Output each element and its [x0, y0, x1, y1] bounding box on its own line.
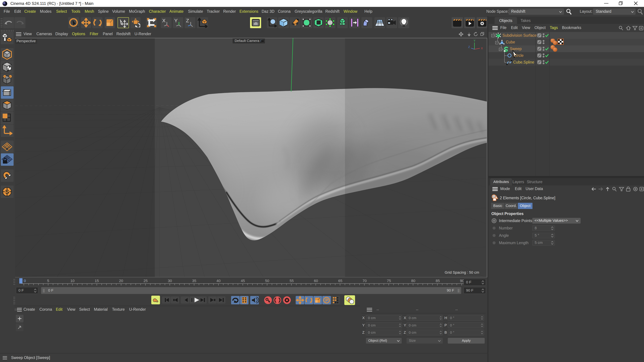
svg-text:Z: Z [468, 45, 470, 48]
svg-text:80: 80 [411, 279, 415, 283]
svg-text:X: X [481, 47, 483, 50]
svg-text:70: 70 [362, 279, 366, 283]
svg-text:25: 25 [144, 279, 148, 283]
svg-text:30: 30 [168, 279, 172, 283]
svg-text:50: 50 [265, 279, 269, 283]
svg-text:5: 5 [47, 279, 49, 283]
svg-text:35: 35 [192, 279, 196, 283]
svg-text:0: 0 [24, 279, 26, 283]
svg-text:S: S [5, 189, 9, 195]
svg-text:10: 10 [70, 279, 74, 283]
svg-text:85: 85 [436, 279, 440, 283]
svg-text:20: 20 [119, 279, 123, 283]
svg-text:Z: Z [186, 18, 189, 23]
svg-text:45: 45 [241, 279, 245, 283]
svg-text:X: X [162, 18, 166, 23]
svg-text:75: 75 [387, 279, 391, 283]
svg-text:65: 65 [338, 279, 342, 283]
svg-text:55: 55 [290, 279, 294, 283]
svg-text:Y: Y [474, 39, 476, 42]
svg-text:15: 15 [95, 279, 99, 283]
svg-text:Y: Y [174, 18, 178, 23]
svg-text:P: P [325, 298, 328, 303]
svg-text:60: 60 [314, 279, 318, 283]
svg-text:40: 40 [216, 279, 220, 283]
